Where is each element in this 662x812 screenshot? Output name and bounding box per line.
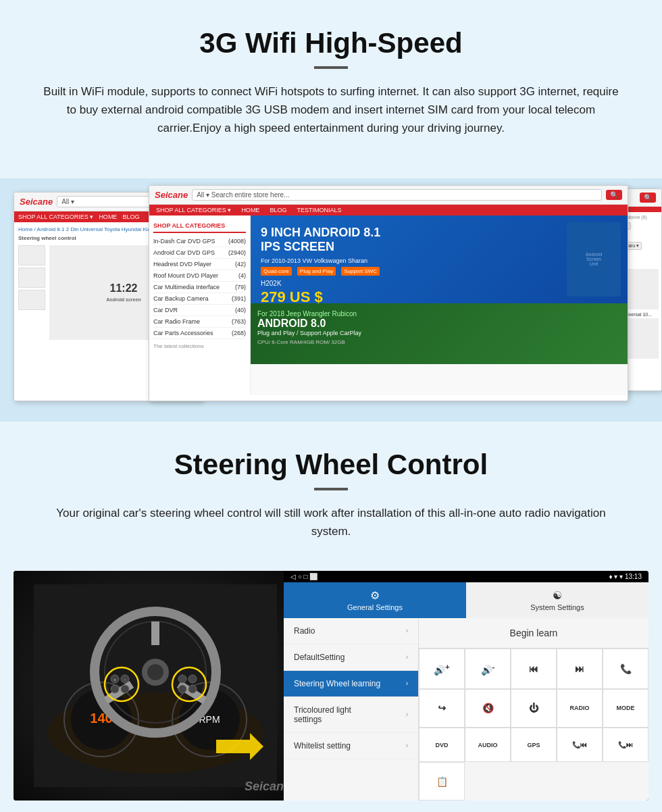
car-photo: 140 RPM — [14, 571, 297, 801]
power-button[interactable]: ⏻ — [511, 689, 557, 728]
radio-button[interactable]: RADIO — [557, 689, 603, 728]
car-ui-area: 140 RPM — [14, 571, 648, 801]
browser-screenshots-area: Seicane All ▾ SHOP ALL CATEGORIES ▾ HOME… — [0, 178, 662, 422]
control-buttons-grid: 🔊+ 🔊- ⏮ ⏭ 📞 ↩ — [419, 649, 648, 801]
call-prev-button[interactable]: 📞⏮ — [557, 728, 603, 763]
steering-wheel-svg: 140 RPM — [34, 584, 277, 787]
svg-text:-: - — [124, 678, 126, 682]
next-track-button[interactable]: ⏭ — [557, 649, 603, 689]
menu-radio[interactable]: Radio › — [284, 618, 418, 644]
svg-point-26 — [188, 685, 197, 693]
wifi-title: 3G Wifi High-Speed — [41, 27, 621, 59]
search-btn-right[interactable]: 🔍 — [640, 193, 656, 203]
cat-item[interactable]: Roof Mount DVD Player(4) — [153, 270, 246, 282]
wifi-section: 3G Wifi High-Speed Built in WiFi module,… — [0, 0, 662, 158]
general-settings-header[interactable]: ⚙ General Settings — [284, 582, 466, 618]
chevron-right-icon: › — [406, 653, 408, 661]
seicane-logo-back: Seicane — [20, 197, 53, 207]
begin-learn-button[interactable]: Begin learn — [419, 618, 648, 649]
system-icon: ☯ — [473, 589, 642, 602]
android-ui: ◁ ○ □ ⬜ ♦ ▾ ▾ 13:13 ⚙ General Settings ☯… — [284, 571, 648, 801]
menu-tricoloured[interactable]: Tricoloured lightsettings › — [284, 697, 418, 733]
gps-button[interactable]: GPS — [511, 728, 557, 763]
android-content: Radio › DefaultSetting › Steering Wheel … — [284, 618, 648, 801]
general-settings-label: General Settings — [347, 603, 403, 611]
chevron-right-icon: › — [406, 680, 408, 687]
chevron-right-icon: › — [406, 627, 408, 634]
svg-point-24 — [188, 675, 197, 683]
settings-headers: ⚙ General Settings ☯ System Settings — [284, 582, 648, 618]
cat-item[interactable]: Android Car DVD GPS(2940) — [153, 247, 246, 259]
steering-section: Steering Wheel Control Your original car… — [0, 422, 662, 554]
cat-item[interactable]: Car Multimedia Interface(79) — [153, 282, 246, 293]
cat-item[interactable]: In-Dash Car DVD GPS(4008) — [153, 236, 246, 247]
mute-button[interactable]: 🔇 — [465, 689, 511, 728]
banner-android81: 9 INCH ANDROID 8.1IPS SCREEN For 2010-20… — [251, 215, 628, 303]
svg-point-22 — [121, 685, 129, 693]
prev-track-button[interactable]: ⏮ — [511, 649, 557, 689]
menu-defaultsetting[interactable]: DefaultSetting › — [284, 644, 418, 671]
browser-front: Seicane All ▾ Search entire store here..… — [149, 185, 628, 401]
call-next-button[interactable]: 📞⏭ — [603, 728, 648, 763]
url-bar-front: All ▾ Search entire store here... — [192, 189, 602, 201]
search-btn-front[interactable]: 🔍 — [606, 190, 622, 200]
status-indicators: ♦ ▾ ▾ 13:13 — [609, 573, 642, 580]
svg-point-23 — [178, 675, 186, 683]
gear-icon: ⚙ — [290, 589, 459, 602]
extra-icon-button[interactable]: 📋 — [419, 762, 465, 801]
seicane-logo-front: Seicane — [155, 190, 188, 200]
system-settings-header[interactable]: ☯ System Settings — [466, 582, 648, 618]
cat-item[interactable]: Car Backup Camera(391) — [153, 293, 246, 305]
system-settings-label: System Settings — [530, 603, 584, 611]
chevron-right-icon: › — [406, 711, 408, 718]
status-bar: ◁ ○ □ ⬜ ♦ ▾ ▾ 13:13 — [284, 571, 648, 582]
phone-button[interactable]: 📞 — [603, 649, 648, 689]
title-divider — [314, 66, 348, 69]
dvd-button[interactable]: DVD — [419, 728, 465, 763]
cat-item[interactable]: Car DVR(40) — [153, 305, 246, 316]
audio-button[interactable]: AUDIO — [465, 728, 511, 763]
nav-controls: ◁ ○ □ ⬜ — [290, 573, 317, 580]
svg-point-25 — [178, 685, 186, 693]
mode-button[interactable]: MODE — [603, 689, 648, 728]
cat-item[interactable]: Car Parts Accessories(268) — [153, 328, 246, 339]
android-menu: Radio › DefaultSetting › Steering Wheel … — [284, 618, 419, 801]
svg-point-14 — [147, 664, 163, 680]
chevron-right-icon: › — [406, 742, 408, 749]
cat-item[interactable]: Headrest DVD Player(42) — [153, 259, 246, 270]
steering-description: Your original car's steering wheel contr… — [41, 504, 621, 540]
vol-down-button[interactable]: 🔊- — [465, 649, 511, 689]
back-button[interactable]: ↩ — [419, 689, 465, 728]
wifi-description: Built in WiFi module, supports to connec… — [41, 82, 621, 138]
android-right-panel: Begin learn 🔊+ 🔊- ⏮ ⏭ — [419, 618, 648, 801]
svg-point-21 — [111, 685, 119, 693]
menu-whitelist[interactable]: Whitelist setting › — [284, 733, 418, 759]
menu-steering-wheel[interactable]: Steering Wheel learning › — [284, 671, 418, 697]
svg-text:+: + — [113, 678, 116, 682]
banner-android80: For 2018 Jeep Wrangler Rubicon ANDROID 8… — [251, 303, 628, 364]
steering-divider — [314, 488, 348, 490]
steering-title: Steering Wheel Control — [41, 449, 621, 481]
cat-item[interactable]: Car Radio Frame(763) — [153, 316, 246, 328]
vol-up-button[interactable]: 🔊+ — [419, 649, 465, 689]
